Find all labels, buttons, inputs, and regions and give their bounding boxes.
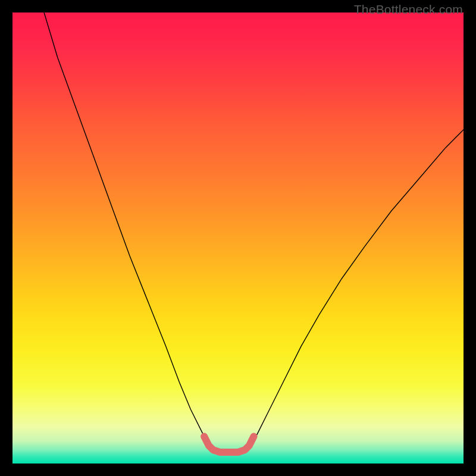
plot-area xyxy=(12,12,464,464)
chart-canvas: TheBottleneck.com xyxy=(0,0,476,476)
watermark-text: TheBottleneck.com xyxy=(354,2,463,17)
series-bottleneck-curve xyxy=(44,12,464,452)
curve-layer xyxy=(12,12,464,464)
series-bottleneck-floor-highlight xyxy=(204,437,253,453)
